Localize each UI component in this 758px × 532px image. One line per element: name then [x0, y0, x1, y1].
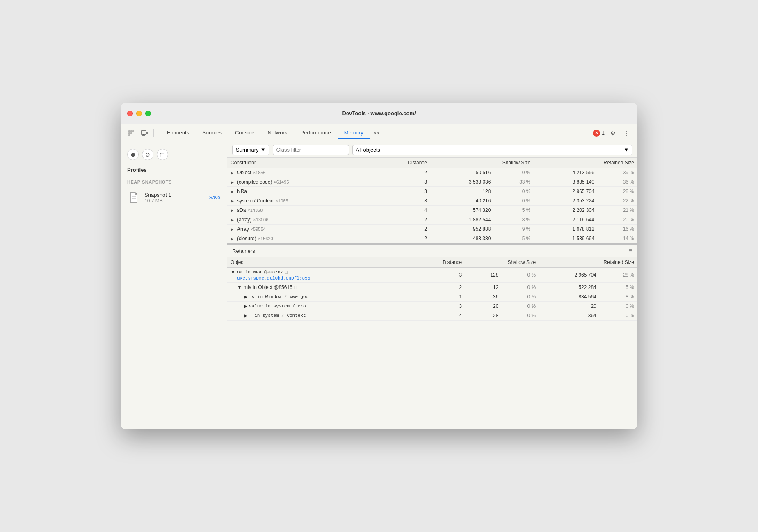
snapshot-item[interactable]: Snapshot 1 10.7 MB Save: [121, 188, 227, 207]
constructor-table: Constructor Distance Shallow Size Retain…: [227, 158, 637, 243]
clear-button[interactable]: ⊘: [142, 149, 153, 160]
error-badge: ✕ 1: [593, 130, 605, 137]
count-badge: ×1065: [275, 198, 288, 203]
cell-retainer-retained: 834 564: [539, 292, 600, 302]
table-row[interactable]: ▶ sDa ×14358 4 574 320 5 % 2 202 304 21 …: [227, 206, 637, 215]
list-item[interactable]: ▶ _ in system / Context 4 28 0 % 364 0 %: [227, 311, 637, 321]
all-objects-select[interactable]: All objects ▼: [352, 145, 633, 155]
retainer-link[interactable]: gKe,sTsDMc,dtl0hd,eHDfl:856: [237, 276, 310, 281]
cell-constructor: ▶ (closure) ×15620: [227, 234, 373, 243]
expand-arrow[interactable]: ▶: [231, 199, 235, 203]
cell-retainer-shallow-pct: 0 %: [502, 283, 539, 292]
count-badge: ×13006: [253, 217, 268, 222]
maximize-button[interactable]: [145, 111, 151, 116]
cell-shallow-size: 50 516: [430, 168, 494, 177]
cell-constructor: ▶ (compiled code) ×61495: [227, 177, 373, 187]
table-row[interactable]: ▶ Array ×59554 2 952 888 9 % 1 678 812 1…: [227, 225, 637, 234]
list-item[interactable]: ▶ _s in Window / www.goo 1 36 0 % 834 56…: [227, 292, 637, 302]
svg-rect-2: [132, 130, 134, 132]
cell-retainer-shallow: 36: [465, 292, 502, 302]
expand-arrow[interactable]: ▶: [231, 189, 235, 194]
expand-arrow[interactable]: ▶: [231, 227, 235, 232]
devtools-window: DevTools - www.google.com/ Elements: [121, 103, 637, 429]
cell-retainer-shallow-pct: 0 %: [502, 302, 539, 311]
class-name: (closure): [237, 236, 256, 241]
close-button[interactable]: [127, 111, 133, 116]
expand-arrow[interactable]: ▶: [231, 218, 235, 222]
cell-constructor: ▶ Object ×1856: [227, 168, 373, 177]
bottom-panel: Retainers ≡ Object Distance Shallow Size…: [227, 245, 637, 359]
constructor-table-container[interactable]: Constructor Distance Shallow Size Retain…: [227, 158, 637, 245]
expand-arrow[interactable]: ▶: [231, 236, 235, 241]
expand-arrow[interactable]: ▶: [231, 180, 235, 184]
retainers-menu-icon[interactable]: ≡: [629, 247, 632, 255]
tab-nav: Elements Sources Console Network Perform…: [160, 127, 591, 139]
expand-arrow[interactable]: ▶: [244, 303, 247, 309]
expand-arrow[interactable]: ▶: [231, 171, 235, 175]
table-row[interactable]: ▶ Object ×1856 2 50 516 0 % 4 213 556 39…: [227, 168, 637, 177]
cell-retainer-retained-pct: 0 %: [600, 302, 637, 311]
responsive-icon[interactable]: [139, 127, 150, 139]
tab-more[interactable]: >>: [370, 128, 383, 138]
cell-shallow-pct: 0 %: [494, 187, 534, 196]
expand-arrow[interactable]: ▶: [231, 208, 235, 213]
list-item[interactable]: ▼ oa in NRa @208787 □ gKe,sTsDMc,dtl0hd,…: [227, 268, 637, 283]
minimize-button[interactable]: [136, 111, 142, 116]
cell-shallow-pct: 0 %: [494, 168, 534, 177]
expand-arrow[interactable]: ▶: [244, 294, 247, 300]
svg-rect-7: [146, 132, 148, 134]
col-shallow: Shallow Size: [430, 158, 534, 168]
cell-retainer-retained: 2 965 704: [539, 268, 600, 283]
settings-icon[interactable]: ⚙: [607, 127, 619, 139]
sidebar-actions: ⏺ ⊘ 🗑: [121, 149, 227, 167]
retainers-table: Object Distance Shallow Size Retained Si…: [227, 257, 637, 321]
retainer-object: _s in Window / www.goo: [249, 294, 308, 299]
selector-icon[interactable]: [126, 127, 137, 139]
cell-retained-size: 2 353 224: [534, 196, 597, 206]
cell-distance: 2: [373, 168, 430, 177]
record-button[interactable]: ⏺: [127, 149, 139, 160]
cell-shallow-size: 952 888: [430, 225, 494, 234]
class-filter-input[interactable]: [273, 145, 349, 155]
tab-performance[interactable]: Performance: [294, 127, 337, 139]
snapshot-save-button[interactable]: Save: [209, 195, 220, 200]
tab-elements[interactable]: Elements: [160, 127, 196, 139]
all-objects-dropdown-icon: ▼: [623, 147, 629, 153]
table-row[interactable]: ▶ (array) ×13006 2 1 882 544 18 % 2 116 …: [227, 215, 637, 225]
expand-arrow[interactable]: ▼: [231, 269, 235, 275]
summary-select[interactable]: Summary ▼: [232, 145, 269, 155]
class-name: (array): [237, 217, 251, 223]
retainers-table-container[interactable]: Object Distance Shallow Size Retained Si…: [227, 257, 637, 359]
table-row[interactable]: ▶ (closure) ×15620 2 483 380 5 % 1 539 6…: [227, 234, 637, 243]
cell-shallow-size: 40 216: [430, 196, 494, 206]
trash-button[interactable]: 🗑: [157, 149, 168, 160]
class-name: (compiled code): [237, 179, 272, 185]
cell-retainer-distance: 1: [411, 292, 465, 302]
table-row[interactable]: ▶ system / Context ×1065 3 40 216 0 % 2 …: [227, 196, 637, 206]
table-row[interactable]: ▶ (compiled code) ×61495 3 3 533 036 33 …: [227, 177, 637, 187]
list-item[interactable]: ▶ value in system / Pro 3 20 0 % 20 0 %: [227, 302, 637, 311]
retainer-object: mia in Object @85615: [244, 284, 292, 290]
cell-retained-pct: 21 %: [598, 206, 637, 215]
cell-retained-size: 1 539 664: [534, 234, 597, 243]
all-objects-label: All objects: [356, 147, 380, 153]
cell-distance: 3: [373, 177, 430, 187]
cell-retainer-shallow-pct: 0 %: [502, 268, 539, 283]
tab-sources[interactable]: Sources: [196, 127, 228, 139]
cell-retainer-retained-pct: 0 %: [600, 311, 637, 321]
expand-arrow[interactable]: ▼: [237, 284, 242, 290]
tab-console[interactable]: Console: [228, 127, 261, 139]
tab-network[interactable]: Network: [261, 127, 294, 139]
cell-shallow-size: 128: [430, 187, 494, 196]
list-item[interactable]: ▼ mia in Object @85615 □ 2 12 0 % 522 28…: [227, 283, 637, 292]
more-options-icon[interactable]: ⋮: [621, 127, 632, 139]
cell-retainer-retained-pct: 5 %: [600, 283, 637, 292]
cell-distance: 3: [373, 196, 430, 206]
table-row[interactable]: ▶ NRa 3 128 0 % 2 965 704 28 %: [227, 187, 637, 196]
class-name: sDa: [237, 207, 246, 213]
tab-memory[interactable]: Memory: [338, 127, 370, 139]
error-icon: ✕: [593, 130, 600, 137]
expand-arrow[interactable]: ▶: [244, 313, 247, 318]
cell-retainer-shallow: 20: [465, 302, 502, 311]
cell-retained-pct: 22 %: [598, 196, 637, 206]
